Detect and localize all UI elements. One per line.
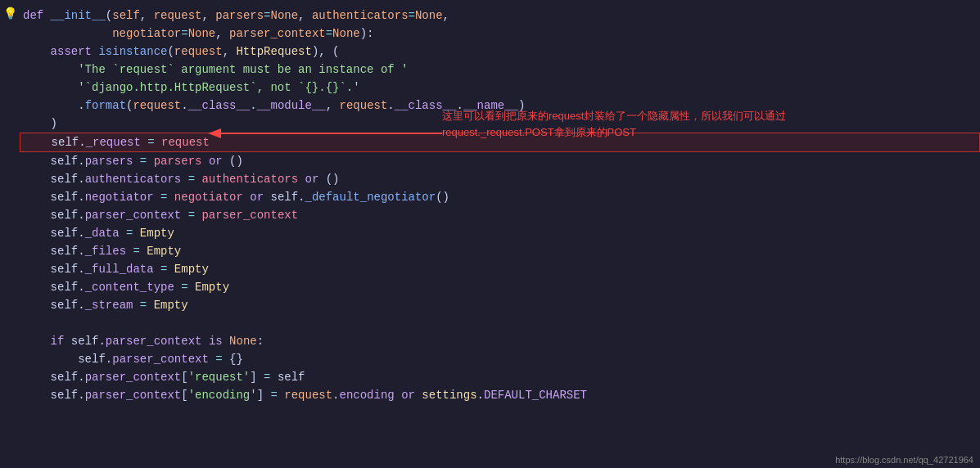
- line-code-19: if self.parser_context is None:: [20, 332, 980, 350]
- line-code-21: self.parser_context['request'] = self: [20, 368, 980, 386]
- line-code-11: self.negotiator = negotiator or self._de…: [20, 188, 980, 206]
- line-code-22: self.parser_context['encoding'] = reques…: [20, 386, 980, 404]
- line-code-3: assert isinstance(request, HttpRequest),…: [20, 43, 980, 61]
- line-code-15: self._full_data = Empty: [20, 260, 980, 278]
- line-hint-1: 💡: [0, 7, 20, 20]
- line-code-10: self.authenticators = authenticators or …: [20, 170, 980, 188]
- line-code-7: ): [20, 115, 980, 133]
- code-line-20: self.parser_context = {}: [0, 350, 980, 368]
- code-line-17: self._stream = Empty: [0, 296, 980, 314]
- code-line-18: [0, 314, 980, 332]
- line-code-16: self._content_type = Empty: [20, 278, 980, 296]
- line-code-12: self.parser_context = parser_context: [20, 206, 980, 224]
- line-code-17: self._stream = Empty: [20, 296, 980, 314]
- line-code-2: negotiator=None, parser_context=None):: [20, 25, 980, 43]
- watermark: https://blog.csdn.net/qq_42721964: [835, 455, 973, 465]
- code-line-6: .format(request.__class__.__module__, re…: [0, 97, 980, 115]
- code-line-12: self.parser_context = parser_context: [0, 206, 980, 224]
- line-code-20: self.parser_context = {}: [20, 350, 980, 368]
- code-line-4: 'The `request` argument must be an insta…: [0, 61, 980, 79]
- code-container: 💡 def __init__(self, request, parsers=No…: [0, 0, 980, 468]
- line-code-13: self._data = Empty: [20, 224, 980, 242]
- code-line-7: ): [0, 115, 980, 133]
- code-line-11: self.negotiator = negotiator or self._de…: [0, 188, 980, 206]
- line-code-6: .format(request.__class__.__module__, re…: [20, 97, 980, 115]
- code-line-5: '`django.http.HttpRequest`, not `{}.{}`.…: [0, 79, 980, 97]
- code-line-22: self.parser_context['encoding'] = reques…: [0, 386, 980, 404]
- code-line-3: assert isinstance(request, HttpRequest),…: [0, 43, 980, 61]
- code-line-21: self.parser_context['request'] = self: [0, 368, 980, 386]
- line-code-18: [20, 314, 980, 332]
- code-line-13: self._data = Empty: [0, 224, 980, 242]
- line-code-4: 'The `request` argument must be an insta…: [20, 61, 980, 79]
- code-line-19: if self.parser_context is None:: [0, 332, 980, 350]
- code-line-16: self._content_type = Empty: [0, 278, 980, 296]
- line-code-1: def __init__(self, request, parsers=None…: [20, 7, 980, 25]
- code-line-1: 💡 def __init__(self, request, parsers=No…: [0, 7, 980, 25]
- code-line-9: self.parsers = parsers or (): [0, 152, 980, 170]
- code-line-2: negotiator=None, parser_context=None):: [0, 25, 980, 43]
- code-line-14: self._files = Empty: [0, 242, 980, 260]
- code-line-15: self._full_data = Empty: [0, 260, 980, 278]
- code-line-10: self.authenticators = authenticators or …: [0, 170, 980, 188]
- line-code-8: self._request = request: [20, 133, 980, 152]
- code-line-8: self._request = request: [0, 133, 980, 152]
- line-code-9: self.parsers = parsers or (): [20, 152, 980, 170]
- line-code-5: '`django.http.HttpRequest`, not `{}.{}`.…: [20, 79, 980, 97]
- line-code-14: self._files = Empty: [20, 242, 980, 260]
